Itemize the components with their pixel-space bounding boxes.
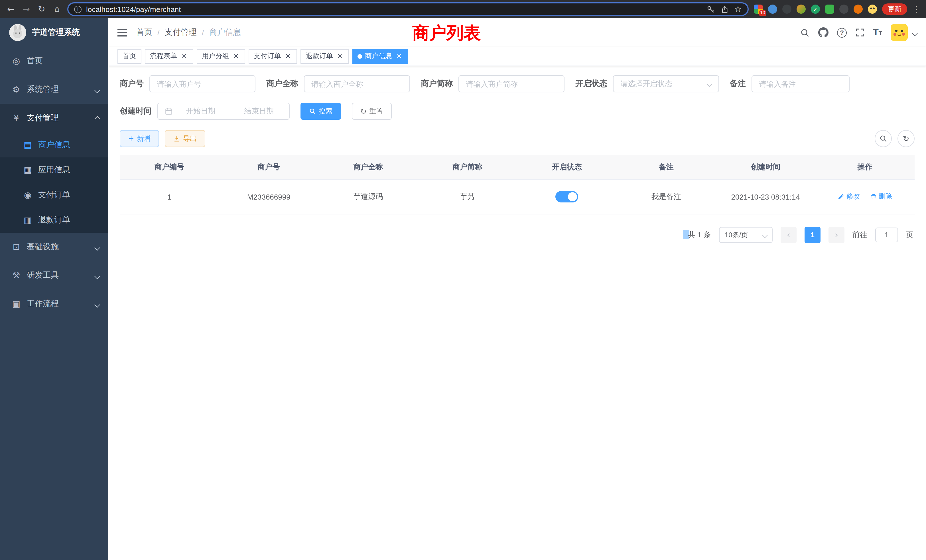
date-range-input[interactable]: 开始日期 - 结束日期: [157, 103, 290, 120]
merchant-name-label: 商户全称: [266, 79, 298, 89]
breadcrumb-home[interactable]: 首页: [136, 27, 152, 38]
sidebar-item-system[interactable]: ⚙ 系统管理: [0, 75, 108, 104]
caret-down-icon[interactable]: [913, 27, 917, 38]
sidebar-item-refund-order[interactable]: ▥ 退款订单: [0, 207, 108, 233]
sidebar-item-home[interactable]: ◎ 首页: [0, 47, 108, 75]
chevron-down-icon: [762, 232, 768, 238]
site-info-icon[interactable]: i: [74, 5, 82, 13]
merchant-short-input[interactable]: [458, 75, 564, 92]
breadcrumb-current: 商户信息: [209, 27, 241, 38]
merchant-no-input[interactable]: [150, 75, 256, 92]
merchant-table: 商户编号 商户号 商户全称 商户简称 开启状态 备注 创建时间 操作 1: [120, 155, 915, 215]
table-header-row: 商户编号 商户号 商户全称 商户简称 开启状态 备注 创建时间 操作: [120, 155, 915, 179]
extension-avatar-icon[interactable]: [797, 5, 806, 14]
merchant-no-label: 商户号: [120, 79, 144, 89]
close-icon[interactable]: ×: [232, 52, 240, 60]
breadcrumb: 首页 / 支付管理 / 商户信息: [136, 27, 241, 38]
sidebar-item-merchant-info[interactable]: ▤ 商户信息: [0, 132, 108, 157]
sidebar-item-infrastructure[interactable]: ⊡ 基础设施: [0, 233, 108, 261]
edit-link[interactable]: 修改: [838, 192, 860, 201]
close-icon[interactable]: ×: [284, 52, 292, 60]
fullscreen-icon[interactable]: [855, 28, 864, 37]
url-text[interactable]: localhost:1024/pay/merchant: [86, 5, 702, 14]
status-select[interactable]: 请选择开启状态: [613, 75, 719, 92]
share-icon[interactable]: [720, 5, 728, 14]
sidebar-item-dev-tools[interactable]: ⚒ 研发工具: [0, 261, 108, 290]
reload-icon[interactable]: ↻: [36, 4, 47, 14]
close-icon[interactable]: ×: [336, 52, 344, 60]
sidebar-item-app-info[interactable]: ▦ 应用信息: [0, 157, 108, 183]
home-icon[interactable]: ⌂: [52, 4, 62, 14]
export-button[interactable]: 导出: [165, 130, 205, 147]
yen-icon: ¥: [11, 113, 21, 123]
password-key-icon[interactable]: [706, 5, 715, 14]
menu-label: 首页: [27, 56, 43, 66]
back-icon[interactable]: ←: [6, 4, 16, 14]
chrome-update-button[interactable]: 更新: [882, 3, 907, 15]
extension-pinwheel-icon[interactable]: [839, 5, 849, 14]
extension-check-icon[interactable]: ✓: [811, 5, 820, 14]
tab-merchant-info[interactable]: 商户信息 ×: [353, 49, 408, 64]
close-icon[interactable]: ×: [180, 52, 188, 60]
github-icon[interactable]: [818, 27, 829, 38]
cell-remark: 我是备注: [617, 179, 716, 214]
user-avatar[interactable]: [891, 24, 908, 41]
sidebar-item-pay-order[interactable]: ◉ 支付订单: [0, 183, 108, 207]
bookmark-star-icon[interactable]: ☆: [734, 4, 742, 14]
profile-avatar-icon[interactable]: [868, 5, 877, 14]
tab-home[interactable]: 首页: [118, 49, 141, 64]
browser-menu-icon[interactable]: ⋮: [912, 5, 920, 14]
end-date-placeholder[interactable]: 结束日期: [236, 106, 282, 117]
tab-refund-order[interactable]: 退款订单 ×: [301, 49, 349, 64]
extension-blue-icon[interactable]: [768, 5, 777, 14]
delete-link[interactable]: 删除: [870, 192, 892, 201]
font-size-icon[interactable]: TT: [873, 27, 882, 38]
breadcrumb-payment[interactable]: 支付管理: [165, 27, 197, 38]
extension-dark-icon[interactable]: [782, 5, 791, 14]
sidebar-item-workflow[interactable]: ▣ 工作流程: [0, 290, 108, 318]
tab-process-form[interactable]: 流程表单 ×: [145, 49, 193, 64]
help-icon[interactable]: ?: [837, 28, 847, 37]
start-date-placeholder[interactable]: 开始日期: [177, 106, 224, 117]
status-toggle[interactable]: [555, 191, 578, 203]
plus-icon: +: [128, 135, 134, 142]
goto-page-input[interactable]: [875, 227, 898, 242]
next-page-button[interactable]: ›: [829, 227, 844, 243]
add-button[interactable]: + 新增: [120, 130, 159, 147]
filter-row-1: 商户号 商户全称 商户简称 开启状态 请选择开启状态: [120, 75, 915, 92]
column-header-remark: 备注: [617, 155, 716, 179]
merchant-name-input[interactable]: [304, 75, 410, 92]
cell-id: 1: [120, 179, 219, 214]
extension-green-icon[interactable]: [825, 5, 834, 14]
app-title: 芋道管理系统: [32, 27, 80, 38]
page-size-select[interactable]: 10条/页: [719, 227, 773, 243]
tab-user-group[interactable]: 用户分组 ×: [197, 49, 245, 64]
gear-icon: ⚙: [11, 85, 21, 95]
reset-button[interactable]: ↻ 重置: [352, 103, 392, 120]
breadcrumb-separator: /: [202, 28, 204, 37]
refresh-table-icon[interactable]: ↻: [897, 130, 915, 147]
prev-page-button[interactable]: ‹: [781, 227, 797, 243]
page-1-button[interactable]: 1: [805, 227, 820, 243]
goto-label: 前往: [852, 230, 867, 240]
toggle-search-icon[interactable]: [875, 130, 892, 147]
extensions-grid-icon[interactable]: 10: [754, 5, 763, 14]
forward-icon[interactable]: →: [21, 4, 31, 14]
search-icon[interactable]: [800, 28, 809, 37]
close-icon[interactable]: ×: [395, 52, 403, 60]
tab-pay-order[interactable]: 支付订单 ×: [249, 49, 297, 64]
status-label: 开启状态: [575, 79, 607, 89]
menu-label: 工作流程: [27, 299, 59, 309]
filter-row-2: 创建时间 开始日期 - 结束日期 搜索: [120, 103, 915, 120]
total-count: 共 1 条: [688, 230, 711, 239]
search-button[interactable]: 搜索: [301, 103, 341, 120]
cell-create-time: 2021-10-23 08:31:14: [716, 179, 816, 214]
sidebar-item-payment[interactable]: ¥ 支付管理: [0, 104, 108, 132]
remark-input[interactable]: [752, 75, 850, 92]
cell-short-name: 芋艿: [418, 179, 517, 214]
address-bar[interactable]: i localhost:1024/pay/merchant ☆: [67, 2, 749, 16]
tab-label: 流程表单: [150, 51, 177, 61]
hamburger-icon[interactable]: [118, 29, 127, 36]
refresh-icon: ↻: [360, 107, 367, 115]
extension-orange-icon[interactable]: [853, 5, 863, 14]
